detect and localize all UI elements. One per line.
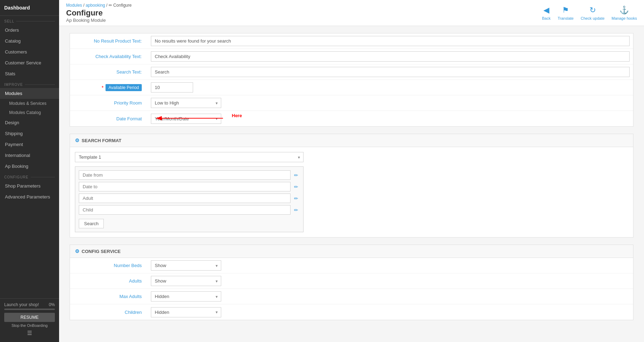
priority-room-label: Priority Room	[70, 97, 147, 108]
available-period-label: * Available Period	[70, 81, 147, 94]
no-result-label: No Result Product Text:	[70, 36, 147, 46]
date-format-row: Date Format Year/Month/Date Date/Month/Y…	[70, 111, 633, 126]
adults-wrap: Show Hidden	[147, 274, 633, 288]
number-beds-select[interactable]: Show Hidden	[151, 260, 221, 271]
progress-bar	[4, 309, 55, 310]
launch-shop-label: Launch your shop!	[4, 302, 39, 307]
number-beds-wrap: Show Hidden	[147, 258, 633, 273]
search-field-date-from: ✏	[79, 170, 300, 180]
page-subtitle: Ap Booking Module	[66, 18, 132, 23]
max-adults-select-wrapper: Hidden Show	[151, 291, 221, 302]
sidebar-item-shop-parameters[interactable]: Shop Parameters	[0, 180, 59, 191]
search-fields-table: ✏ ✏ ✏ ✏	[75, 166, 304, 232]
required-star: *	[102, 85, 103, 90]
check-update-button[interactable]: ↻ Check update	[581, 6, 605, 20]
search-text-label: Search Text:	[70, 66, 147, 77]
child-edit-btn[interactable]: ✏	[293, 207, 300, 214]
sidebar-item-design[interactable]: Design	[0, 117, 59, 128]
date-from-edit-btn[interactable]: ✏	[293, 172, 300, 179]
config-service-section: ⚙ CONFIG SERVICE Number Beds Show Hidden	[70, 245, 633, 320]
date-format-select[interactable]: Year/Month/Date Date/Month/Year Month/Da…	[151, 114, 221, 124]
sidebar-item-ap-booking[interactable]: Ap Booking	[0, 161, 59, 172]
check-update-label: Check update	[581, 16, 605, 20]
date-format-wrap: Year/Month/Date Date/Month/Year Month/Da…	[147, 112, 633, 126]
sidebar-item-stats[interactable]: Stats	[0, 68, 59, 79]
sidebar-item-customer-service[interactable]: Customer Service	[0, 57, 59, 68]
children-select-wrapper: Hidden Show	[151, 307, 221, 317]
manage-hooks-button[interactable]: ⚓ Manage hooks	[612, 6, 637, 20]
children-select[interactable]: Hidden Show	[151, 307, 221, 317]
available-period-input[interactable]	[151, 82, 193, 93]
number-beds-select-wrapper: Show Hidden	[151, 260, 221, 271]
template-select-outer: Template 1 Template 2	[75, 152, 304, 162]
adults-select-wrapper: Show Hidden	[151, 276, 221, 286]
main-form-section: No Result Product Text: Check Availabili…	[70, 33, 633, 127]
children-wrap: Hidden Show	[147, 305, 633, 319]
check-availability-label: Check Availability Text:	[70, 51, 147, 62]
sidebar-item-international[interactable]: International	[0, 150, 59, 161]
back-button[interactable]: ◀ Back	[542, 6, 550, 20]
sidebar-item-modules-catalog[interactable]: Modules Catalog	[0, 108, 59, 117]
sidebar-item-shipping[interactable]: Shipping	[0, 128, 59, 139]
search-format-section: ⚙ SEARCH FORMAT Template 1 Template 2	[70, 134, 633, 238]
date-to-edit-btn[interactable]: ✏	[293, 183, 300, 190]
stop-onboarding-label: Stop the OnBoarding	[4, 323, 55, 328]
hamburger-icon[interactable]: ☰	[4, 328, 55, 338]
search-format-box: Template 1 Template 2 ✏ ✏	[70, 147, 633, 237]
sidebar-item-payment[interactable]: Payment	[0, 139, 59, 150]
sidebar-item-customers[interactable]: Customers	[0, 46, 59, 57]
back-label: Back	[542, 16, 550, 20]
topbar-left: Modules / apbooking / ✏ Configure Config…	[66, 3, 132, 23]
sidebar-item-orders[interactable]: Orders	[0, 25, 59, 36]
sidebar-item-modules[interactable]: Modules	[0, 88, 59, 99]
sidebar-item-advanced-parameters[interactable]: Advanced Parameters	[0, 191, 59, 202]
config-service-title: CONFIG SERVICE	[82, 249, 121, 254]
priority-room-select[interactable]: Low to High High to Low	[151, 98, 221, 108]
children-row: Children Hidden Show	[70, 304, 633, 320]
sidebar-item-modules-services[interactable]: Modules & Services	[0, 99, 59, 108]
search-text-input[interactable]	[151, 67, 630, 77]
priority-room-select-wrapper: Low to High High to Low	[151, 98, 221, 108]
breadcrumb-modules[interactable]: Modules	[66, 3, 82, 8]
sidebar: Dashboard SELL Orders Catalog Customers …	[0, 0, 59, 342]
translate-button[interactable]: ⚑ Translate	[557, 6, 573, 20]
template-select[interactable]: Template 1 Template 2	[75, 152, 304, 162]
search-format-header: ⚙ SEARCH FORMAT	[70, 134, 633, 147]
template-select-wrap: Template 1 Template 2	[75, 152, 628, 162]
anchor-icon: ⚓	[619, 6, 629, 15]
no-result-row: No Result Product Text:	[70, 33, 633, 49]
date-to-input[interactable]	[79, 182, 291, 191]
max-adults-row: Max Adults Hidden Show	[70, 289, 633, 304]
adults-label: Adults	[70, 276, 147, 286]
max-adults-select[interactable]: Hidden Show	[151, 291, 221, 302]
topbar: Modules / apbooking / ✏ Configure Config…	[59, 0, 644, 26]
gear-icon-search: ⚙	[75, 138, 79, 143]
no-result-wrap	[147, 34, 633, 48]
adult-input[interactable]	[79, 194, 291, 203]
date-from-input[interactable]	[79, 170, 291, 180]
sidebar-item-catalog[interactable]: Catalog	[0, 36, 59, 46]
number-beds-label: Number Beds	[70, 260, 147, 271]
number-beds-row: Number Beds Show Hidden	[70, 258, 633, 273]
available-period-text: Available Period	[106, 84, 142, 91]
search-button[interactable]: Search	[79, 219, 104, 228]
check-availability-input[interactable]	[151, 51, 630, 62]
adult-edit-btn[interactable]: ✏	[293, 195, 300, 202]
search-field-child: ✏	[79, 205, 300, 215]
manage-hooks-label: Manage hooks	[612, 16, 637, 20]
adults-select[interactable]: Show Hidden	[151, 276, 221, 286]
search-field-adult: ✏	[79, 194, 300, 203]
search-format-title: SEARCH FORMAT	[82, 138, 121, 143]
no-result-input[interactable]	[151, 36, 630, 46]
check-availability-row: Check Availability Text:	[70, 49, 633, 64]
breadcrumb-apbooking[interactable]: apbooking	[85, 3, 105, 8]
date-format-select-wrapper: Year/Month/Date Date/Month/Year Month/Da…	[151, 114, 221, 124]
resume-button[interactable]: RESUME	[4, 313, 55, 322]
search-text-wrap	[147, 65, 633, 79]
page-title: Configure	[66, 8, 132, 18]
sidebar-logo[interactable]: Dashboard	[0, 0, 59, 16]
max-adults-wrap: Hidden Show	[147, 289, 633, 304]
config-service-header: ⚙ CONFIG SERVICE	[70, 245, 633, 258]
child-input[interactable]	[79, 205, 291, 215]
refresh-icon: ↻	[589, 6, 596, 15]
